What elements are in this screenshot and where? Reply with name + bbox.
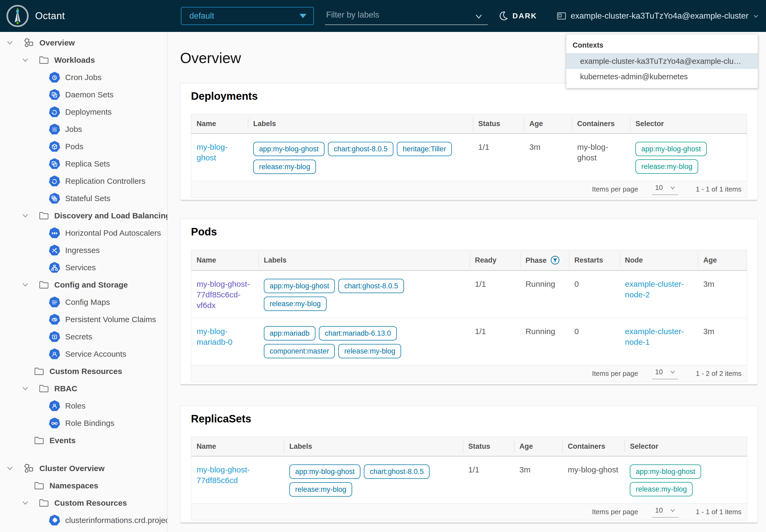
label-pill-chart-ghost-8-0-5[interactable]: chart:ghost-8.0.5: [338, 279, 404, 293]
chevron-down-icon[interactable]: [21, 384, 34, 393]
chevron-down-icon[interactable]: [21, 56, 34, 65]
sidebar-item-workloads[interactable]: Workloads: [0, 51, 167, 69]
cell-ready: 1/1: [470, 271, 520, 318]
sidebar-item-persistent-volume-claims[interactable]: Persistent Volume Claims: [0, 311, 167, 328]
label-pill-app-mariadb[interactable]: app:mariadb: [264, 326, 315, 340]
sidebar-item-config-and-storage[interactable]: Config and Storage: [0, 276, 167, 293]
sidebar-item-service-accounts[interactable]: Service Accounts: [0, 345, 167, 363]
node-link[interactable]: example-cluster-node-1: [625, 327, 684, 346]
sidebar-item-label: Replica Sets: [65, 159, 110, 168]
labels-list: app:my-blog-ghostchart:ghost-8.0.5herita…: [253, 142, 468, 174]
selector-pill-release-my-blog[interactable]: release:my-blog: [630, 482, 693, 496]
sidebar-item-ingresses[interactable]: Ingresses: [0, 242, 167, 259]
replicaset-icon: [49, 158, 60, 170]
column-header-label: Containers: [568, 442, 605, 450]
chevron-down-icon[interactable]: [21, 498, 34, 508]
chevron-down-icon[interactable]: [5, 38, 18, 47]
label-pill-app-my-blog-ghost[interactable]: app:my-blog-ghost: [253, 142, 324, 156]
column-header-labels: Labels: [259, 250, 470, 271]
sidebar-item-pods[interactable]: Pods: [0, 138, 167, 155]
column-header-containers: Containers: [572, 114, 630, 134]
label-pill-app-my-blog-ghost[interactable]: app:my-blog-ghost: [264, 279, 335, 293]
sidebar-item-namespaces[interactable]: Namespaces: [0, 477, 167, 494]
sidebar-item-custom-resources[interactable]: Custom Resources: [0, 494, 167, 512]
label-pill-release-my-blog[interactable]: release:my-blog: [338, 344, 401, 358]
items-per-page-select[interactable]: 10: [652, 184, 678, 195]
sidebar-item-config-maps[interactable]: Config Maps: [0, 293, 167, 311]
sidebar-item-deployments[interactable]: Deployments: [0, 103, 167, 120]
theme-toggle-button[interactable]: DARK: [498, 11, 537, 21]
filter-icon[interactable]: [550, 255, 560, 265]
label-pill-release-my-blog[interactable]: release:my-blog: [264, 297, 327, 311]
chevron-down-icon[interactable]: [5, 464, 18, 473]
sidebar-item-services[interactable]: Services: [0, 259, 167, 276]
sidebar-item-overview[interactable]: Overview: [0, 34, 167, 51]
sidebar-item-clusterinformations-crd-projec[interactable]: clusterinformations.crd.projec: [0, 512, 167, 529]
sidebar-item-role-bindings[interactable]: Role Bindings: [0, 414, 167, 432]
items-per-page-select[interactable]: 10: [652, 368, 678, 379]
sidebar-item-label: Ingresses: [65, 246, 100, 255]
resource-name-link[interactable]: my-blog-ghost-77df85c6cd: [197, 465, 250, 485]
chevron-down-icon: [670, 508, 676, 513]
context-label: example-cluster-ka3TuTzYo4a@example-clus…: [571, 11, 748, 21]
label-pill-app-my-blog-ghost[interactable]: app:my-blog-ghost: [289, 464, 361, 479]
labels-list: app:my-blog-ghostchart:ghost-8.0.5releas…: [264, 279, 464, 311]
resource-name-link[interactable]: my-blog-ghost: [197, 143, 228, 162]
label-pill-component-master[interactable]: component:master: [264, 344, 335, 358]
label-pill-chart-ghost-8-0-5[interactable]: chart:ghost-8.0.5: [328, 142, 394, 156]
folder-icon: [38, 279, 49, 290]
selector-pill-app-my-blog-ghost[interactable]: app:my-blog-ghost: [630, 464, 701, 479]
label-filter-input[interactable]: [325, 7, 488, 25]
sidebar-item-custom-resources[interactable]: Custom Resources: [0, 363, 167, 380]
label-pill-heritage-tiller[interactable]: heritage:Tiller: [397, 142, 452, 156]
context-option-example-cluster-ka3tutzyo4a-example-clu[interactable]: example-cluster-ka3TuTzYo4a@example-clu…: [566, 53, 758, 69]
main-content: Overview DeploymentsNameLabelsStatusAgeC…: [168, 32, 766, 532]
contexts-dropdown-title: Contexts: [566, 34, 758, 53]
sidebar-item-cluster-overview[interactable]: Cluster Overview: [0, 460, 167, 477]
label-pill-chart-mariadb-6-13-0[interactable]: chart:mariadb-6.13.0: [319, 326, 397, 340]
selector-pill-release-my-blog[interactable]: release:my-blog: [635, 159, 698, 174]
sidebar-item-replication-controllers[interactable]: Replication Controllers: [0, 172, 167, 190]
column-header-label: Phase: [526, 256, 547, 264]
resource-name-link[interactable]: my-blog-ghost-77df85c6cd-vf6dx: [197, 280, 250, 310]
column-header-label: Name: [197, 442, 216, 450]
chevron-down-icon[interactable]: [21, 280, 34, 289]
cell-age: 3m: [698, 318, 747, 365]
cell-containers: my-blog-ghost: [562, 456, 625, 504]
resource-name-link[interactable]: my-blog-mariadb-0: [197, 327, 232, 346]
sidebar-item-cron-jobs[interactable]: Cron Jobs: [0, 69, 167, 86]
table-row: my-blog-ghost-77df85c6cdapp:my-blog-ghos…: [191, 456, 747, 504]
node-link[interactable]: example-cluster-node-2: [625, 280, 684, 299]
namespace-select[interactable]: default: [181, 7, 314, 25]
chevron-down-icon[interactable]: [474, 12, 484, 21]
sidebar-item-stateful-sets[interactable]: Stateful Sets: [0, 190, 167, 207]
sidebar-item-csidrivers-csi-storage-k8s-io[interactable]: csidrivers.csi.storage.k8s.io: [0, 529, 167, 532]
sidebar-item-replica-sets[interactable]: Replica Sets: [0, 155, 167, 172]
statefulset-icon: [49, 193, 60, 204]
label-pill-release-my-blog[interactable]: release:my-blog: [289, 482, 352, 497]
context-selector-button[interactable]: example-cluster-ka3TuTzYo4a@example-clus…: [556, 11, 759, 21]
sidebar-item-label: Custom Resources: [49, 367, 122, 376]
sidebar-item-jobs[interactable]: Jobs: [0, 120, 167, 138]
cell-text: 0: [575, 327, 579, 336]
sidebar-item-events[interactable]: Events: [0, 432, 167, 449]
sidebar-item-label: RBAC: [54, 384, 77, 393]
cell-labels: app:my-blog-ghostchart:ghost-8.0.5releas…: [259, 271, 470, 318]
selectors-list: app:my-blog-ghostrelease:my-blog: [635, 142, 742, 174]
sidebar-item-daemon-sets[interactable]: Daemon Sets: [0, 86, 167, 103]
chevron-down-icon[interactable]: [21, 211, 34, 220]
sidebar-item-roles[interactable]: Roles: [0, 397, 167, 414]
label-pill-release-my-blog[interactable]: release:my-blog: [253, 160, 316, 174]
sidebar-item-secrets[interactable]: Secrets: [0, 328, 167, 345]
label-pill-chart-ghost-8-0-5[interactable]: chart:ghost-8.0.5: [364, 464, 430, 479]
column-divider: [463, 440, 463, 453]
items-per-page-select[interactable]: 10: [652, 506, 678, 518]
selector-pill-app-my-blog-ghost[interactable]: app:my-blog-ghost: [635, 142, 707, 156]
sidebar-item-rbac[interactable]: RBAC: [0, 380, 167, 397]
table-row: my-blog-ghost-77df85c6cd-vf6dxapp:my-blo…: [191, 271, 747, 318]
context-option-kubernetes-admin-kubernetes[interactable]: kubernetes-admin@kubernetes: [566, 69, 758, 84]
items-per-page-value: 10: [655, 184, 663, 192]
sidebar-item-horizontal-pod-autoscalers[interactable]: Horizontal Pod Autoscalers: [0, 224, 167, 242]
rolebinding-icon: [49, 417, 60, 429]
sidebar-item-discovery-and-load-balancing[interactable]: Discovery and Load Balancing: [0, 207, 167, 224]
